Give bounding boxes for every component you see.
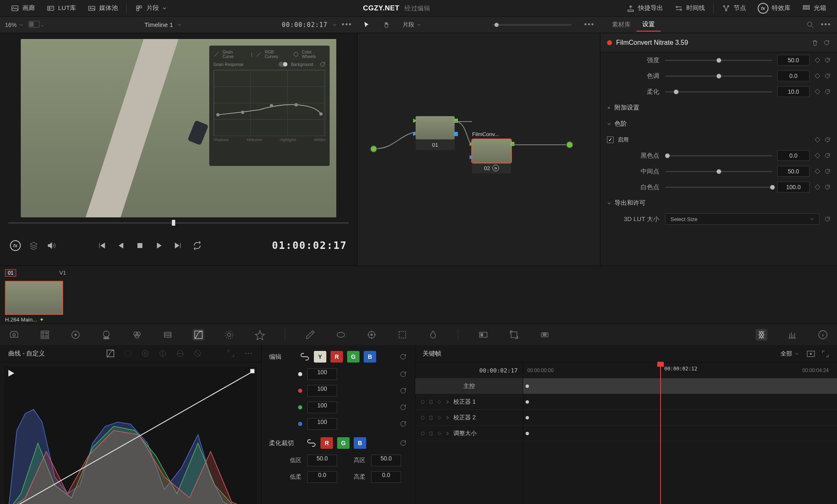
node-graph[interactable]: 01 FilmConv... 02fx — [357, 33, 600, 265]
effect-enabled-dot[interactable] — [607, 40, 612, 45]
motion-effects-icon[interactable] — [162, 329, 174, 341]
pointer-tool[interactable] — [363, 21, 370, 29]
intensity-slider[interactable] — [665, 60, 772, 61]
tint-slider[interactable] — [665, 75, 772, 77]
tint-value[interactable]: 0.0 — [777, 71, 810, 81]
kf-resize[interactable]: 调整大小 — [415, 426, 523, 441]
info-icon[interactable] — [817, 329, 829, 341]
hue-vs-hue-mode[interactable] — [123, 349, 132, 358]
kf-corrector-2[interactable]: 校正器 2 — [415, 410, 523, 426]
trash-icon[interactable] — [811, 39, 819, 46]
y-value-input[interactable]: 100 — [307, 368, 337, 380]
tracking-icon[interactable] — [366, 329, 377, 341]
scopes-icon[interactable] — [786, 329, 798, 341]
tab-media-library[interactable]: 素材库 — [606, 18, 636, 31]
link-channels-icon[interactable] — [300, 352, 310, 362]
loop-button[interactable] — [193, 241, 202, 250]
section-export[interactable]: 导出和许可 — [600, 195, 837, 211]
blur-icon[interactable] — [427, 329, 439, 341]
soften-slider[interactable] — [665, 91, 772, 93]
keyframe-icon[interactable] — [815, 89, 820, 95]
soft-r-button[interactable]: R — [321, 437, 333, 449]
mute-icon[interactable] — [46, 241, 56, 250]
wheels-icon[interactable] — [70, 329, 81, 341]
kf-corrector-1[interactable]: 校正器 1 — [415, 394, 523, 410]
reset-icon[interactable] — [825, 73, 830, 79]
node-options[interactable]: ••• — [584, 20, 595, 29]
curves-graph[interactable] — [4, 367, 257, 504]
curves-options[interactable] — [244, 349, 253, 358]
output-node[interactable] — [566, 141, 573, 149]
timeline-button[interactable]: 时间线 — [669, 0, 711, 16]
link-soft-icon[interactable] — [306, 438, 316, 448]
reset-icon[interactable] — [825, 216, 830, 222]
hdr-wheels-icon[interactable]: HDR — [100, 329, 112, 341]
black-slider[interactable] — [665, 155, 772, 156]
zoom-dropdown[interactable]: 16% — [5, 22, 23, 28]
keyframe-filter-dropdown[interactable]: 全部 — [781, 350, 799, 358]
key-icon[interactable] — [477, 329, 489, 341]
eyedropper-icon[interactable] — [304, 329, 316, 341]
last-frame-button[interactable] — [174, 241, 183, 250]
lightbox-button[interactable]: 光箱 — [796, 0, 832, 16]
reset-icon[interactable] — [399, 370, 407, 378]
soft-b-button[interactable]: B — [354, 437, 366, 449]
viewer-frame[interactable]: Grain Curve|RGB CurvesColor Wheels Grain… — [21, 39, 336, 217]
channel-r-button[interactable]: R — [330, 351, 343, 363]
reset-icon[interactable] — [399, 439, 407, 447]
low-soft-input[interactable]: 0.0 — [307, 471, 337, 483]
qualifier-icon[interactable] — [254, 329, 266, 341]
section-extra[interactable]: 附加设置 — [600, 100, 837, 116]
master-timecode[interactable]: 01:00:02:17 — [272, 240, 347, 251]
reset-icon[interactable] — [825, 57, 830, 63]
hue-vs-sat-mode[interactable] — [141, 349, 150, 358]
node-zoom-slider[interactable] — [493, 24, 572, 26]
quick-export-button[interactable]: 快捷导出 — [621, 0, 669, 16]
enable-checkbox[interactable]: ✓ — [607, 136, 614, 143]
gallery-button[interactable]: 画廊 — [5, 0, 41, 16]
stop-button[interactable] — [135, 241, 144, 250]
expand-icon[interactable] — [821, 350, 830, 358]
high-soft-input[interactable]: 0.0 — [371, 471, 401, 483]
camera-raw-icon[interactable] — [8, 329, 20, 341]
viewer-timecode[interactable]: 00:00:02:17 — [282, 21, 328, 29]
hud-reset-icon[interactable] — [320, 61, 326, 67]
b-value-input[interactable]: 100 — [307, 418, 337, 430]
expand-icon[interactable] — [226, 349, 235, 358]
channel-g-button[interactable]: G — [347, 351, 360, 363]
view-mode-toggle[interactable] — [28, 21, 44, 29]
reset-icon[interactable] — [399, 403, 407, 411]
high-input[interactable]: 50.0 — [371, 455, 401, 466]
node-view-dropdown[interactable]: 片段 — [403, 21, 480, 29]
color-match-icon[interactable] — [39, 329, 51, 341]
reset-all-icon[interactable] — [823, 39, 830, 46]
keyframe-timeline[interactable]: 00:00:00:0000:00:04:24 00:00:02:12 — [523, 363, 837, 504]
input-node[interactable] — [370, 145, 377, 153]
bypass-fx-button[interactable]: fx — [10, 240, 21, 251]
viewer-scrubber[interactable] — [0, 217, 357, 234]
layers-icon[interactable] — [29, 241, 38, 250]
soften-value[interactable]: 10.0 — [777, 86, 810, 97]
kf-playhead[interactable] — [660, 363, 661, 504]
reset-icon[interactable] — [825, 89, 830, 95]
background-toggle[interactable] — [279, 62, 288, 67]
reset-icon[interactable] — [399, 353, 407, 361]
reset-icon[interactable] — [825, 168, 830, 174]
keyframe-panel-icon[interactable] — [756, 329, 767, 341]
white-value[interactable]: 100.0 — [777, 182, 810, 192]
reset-icon[interactable] — [825, 184, 830, 190]
play-button[interactable] — [154, 241, 164, 250]
3d-icon[interactable]: 3D — [539, 329, 551, 341]
viewer-options[interactable]: ••• — [342, 20, 352, 29]
mid-slider[interactable] — [665, 171, 772, 172]
keyframe-icon[interactable] — [815, 184, 820, 190]
play-reverse-button[interactable] — [116, 241, 125, 250]
curves-icon[interactable] — [193, 329, 204, 341]
lut-button[interactable]: LUT库 — [41, 0, 82, 16]
grain-hud-overlay[interactable]: Grain Curve|RGB CurvesColor Wheels Grain… — [209, 46, 330, 166]
black-value[interactable]: 0.0 — [777, 150, 810, 161]
search-icon[interactable] — [807, 21, 814, 29]
reset-icon[interactable] — [399, 387, 407, 395]
reset-icon[interactable] — [825, 137, 830, 143]
clip-thumbnail[interactable] — [5, 281, 63, 315]
